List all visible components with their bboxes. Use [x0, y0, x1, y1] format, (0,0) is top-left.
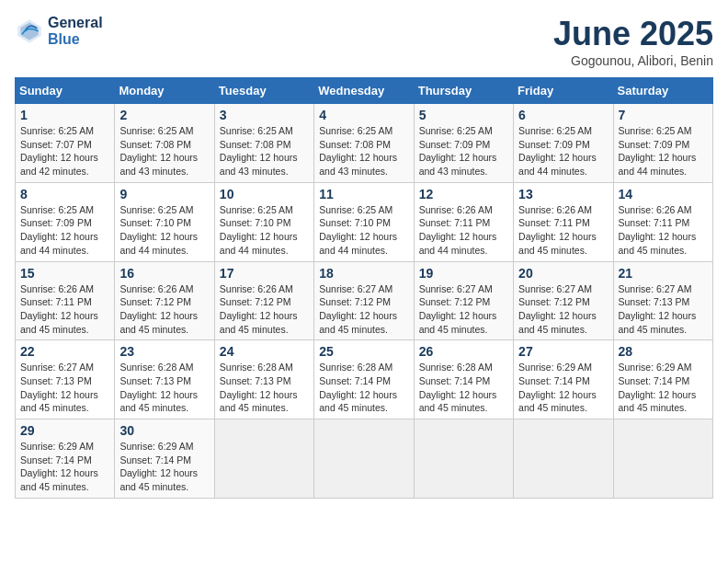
- day-info: Sunrise: 6:26 AM Sunset: 7:11 PM Dayligh…: [518, 203, 608, 258]
- calendar-day-cell: 6 Sunrise: 6:25 AM Sunset: 7:09 PM Dayli…: [514, 104, 613, 183]
- calendar-day-cell: 19 Sunrise: 6:27 AM Sunset: 7:12 PM Dayl…: [414, 261, 513, 340]
- calendar-week-row: 22 Sunrise: 6:27 AM Sunset: 7:13 PM Dayl…: [16, 340, 713, 419]
- day-info: Sunrise: 6:25 AM Sunset: 7:08 PM Dayligh…: [319, 124, 408, 178]
- calendar-day-cell: 10 Sunrise: 6:25 AM Sunset: 7:10 PM Dayl…: [214, 182, 313, 261]
- logo-text: General Blue: [48, 15, 103, 48]
- day-number: 14: [619, 187, 708, 201]
- day-info: Sunrise: 6:28 AM Sunset: 7:14 PM Dayligh…: [319, 361, 408, 415]
- day-number: 26: [419, 344, 508, 359]
- day-info: Sunrise: 6:27 AM Sunset: 7:13 PM Dayligh…: [619, 282, 708, 337]
- day-number: 2: [119, 108, 209, 122]
- calendar-day-cell: 18 Sunrise: 6:27 AM Sunset: 7:12 PM Dayl…: [314, 261, 414, 340]
- calendar-day-cell: 2 Sunrise: 6:25 AM Sunset: 7:08 PM Dayli…: [115, 104, 214, 183]
- calendar-day-cell: 20 Sunrise: 6:27 AM Sunset: 7:12 PM Dayl…: [514, 261, 613, 340]
- calendar-day-cell: 11 Sunrise: 6:25 AM Sunset: 7:10 PM Dayl…: [314, 182, 414, 261]
- calendar-day-cell: 30 Sunrise: 6:29 AM Sunset: 7:14 PM Dayl…: [115, 419, 214, 499]
- calendar-week-row: 1 Sunrise: 6:25 AM Sunset: 7:07 PM Dayli…: [16, 104, 713, 183]
- day-info: Sunrise: 6:25 AM Sunset: 7:10 PM Dayligh…: [319, 203, 408, 258]
- day-number: 23: [119, 344, 209, 359]
- day-number: 8: [20, 187, 109, 201]
- logo: General Blue: [15, 15, 103, 48]
- day-number: 9: [119, 187, 209, 201]
- logo-icon: [15, 17, 44, 46]
- calendar-day-cell: 14 Sunrise: 6:26 AM Sunset: 7:11 PM Dayl…: [613, 182, 712, 261]
- calendar-subtitle: Gogounou, Alibori, Benin: [553, 53, 713, 68]
- day-number: 24: [220, 344, 309, 359]
- calendar-week-row: 15 Sunrise: 6:26 AM Sunset: 7:11 PM Dayl…: [16, 261, 713, 340]
- day-number: 15: [20, 266, 109, 281]
- calendar-day-cell: 21 Sunrise: 6:27 AM Sunset: 7:13 PM Dayl…: [613, 261, 712, 340]
- calendar-day-cell: 4 Sunrise: 6:25 AM Sunset: 7:08 PM Dayli…: [314, 104, 414, 183]
- day-info: Sunrise: 6:29 AM Sunset: 7:14 PM Dayligh…: [20, 440, 109, 494]
- day-number: 30: [119, 423, 209, 438]
- calendar-day-cell: 29 Sunrise: 6:29 AM Sunset: 7:14 PM Dayl…: [16, 419, 115, 499]
- day-of-week-header: Tuesday: [214, 78, 313, 104]
- calendar-day-cell: 8 Sunrise: 6:25 AM Sunset: 7:09 PM Dayli…: [16, 182, 115, 261]
- day-info: Sunrise: 6:28 AM Sunset: 7:13 PM Dayligh…: [220, 361, 309, 415]
- day-number: 28: [619, 344, 708, 359]
- day-number: 29: [20, 423, 109, 438]
- day-info: Sunrise: 6:28 AM Sunset: 7:14 PM Dayligh…: [419, 361, 508, 415]
- day-info: Sunrise: 6:27 AM Sunset: 7:12 PM Dayligh…: [419, 282, 508, 337]
- day-info: Sunrise: 6:25 AM Sunset: 7:07 PM Dayligh…: [20, 124, 109, 178]
- day-info: Sunrise: 6:25 AM Sunset: 7:10 PM Dayligh…: [220, 203, 309, 258]
- day-info: Sunrise: 6:25 AM Sunset: 7:09 PM Dayligh…: [20, 203, 109, 258]
- day-number: 13: [518, 187, 608, 201]
- calendar-table: SundayMondayTuesdayWednesdayThursdayFrid…: [15, 77, 713, 499]
- calendar-day-cell: 25 Sunrise: 6:28 AM Sunset: 7:14 PM Dayl…: [314, 340, 414, 419]
- page-header: General Blue June 2025 Gogounou, Alibori…: [15, 15, 713, 68]
- day-info: Sunrise: 6:25 AM Sunset: 7:08 PM Dayligh…: [119, 124, 209, 178]
- calendar-day-cell: [613, 419, 712, 499]
- day-info: Sunrise: 6:27 AM Sunset: 7:13 PM Dayligh…: [20, 361, 109, 415]
- day-info: Sunrise: 6:25 AM Sunset: 7:10 PM Dayligh…: [119, 203, 209, 258]
- day-of-week-header: Thursday: [414, 78, 513, 104]
- day-info: Sunrise: 6:25 AM Sunset: 7:09 PM Dayligh…: [619, 124, 708, 178]
- day-number: 10: [220, 187, 309, 201]
- day-info: Sunrise: 6:26 AM Sunset: 7:11 PM Dayligh…: [619, 203, 708, 258]
- day-info: Sunrise: 6:28 AM Sunset: 7:13 PM Dayligh…: [119, 361, 209, 415]
- day-info: Sunrise: 6:29 AM Sunset: 7:14 PM Dayligh…: [619, 361, 708, 415]
- day-number: 18: [319, 266, 408, 281]
- calendar-day-cell: [514, 419, 613, 499]
- day-number: 7: [619, 108, 708, 122]
- day-info: Sunrise: 6:29 AM Sunset: 7:14 PM Dayligh…: [119, 440, 209, 494]
- day-number: 19: [419, 266, 508, 281]
- calendar-day-cell: 16 Sunrise: 6:26 AM Sunset: 7:12 PM Dayl…: [115, 261, 214, 340]
- calendar-day-cell: 23 Sunrise: 6:28 AM Sunset: 7:13 PM Dayl…: [115, 340, 214, 419]
- calendar-day-cell: [414, 419, 513, 499]
- day-info: Sunrise: 6:25 AM Sunset: 7:09 PM Dayligh…: [518, 124, 608, 178]
- day-info: Sunrise: 6:25 AM Sunset: 7:08 PM Dayligh…: [220, 124, 309, 178]
- calendar-week-row: 8 Sunrise: 6:25 AM Sunset: 7:09 PM Dayli…: [16, 182, 713, 261]
- calendar-day-cell: [314, 419, 414, 499]
- calendar-day-cell: 3 Sunrise: 6:25 AM Sunset: 7:08 PM Dayli…: [214, 104, 313, 183]
- day-of-week-header: Sunday: [16, 78, 115, 104]
- day-number: 21: [619, 266, 708, 281]
- calendar-day-cell: 1 Sunrise: 6:25 AM Sunset: 7:07 PM Dayli…: [16, 104, 115, 183]
- day-number: 17: [220, 266, 309, 281]
- day-info: Sunrise: 6:25 AM Sunset: 7:09 PM Dayligh…: [419, 124, 508, 178]
- day-number: 6: [518, 108, 608, 122]
- day-of-week-header: Monday: [115, 78, 214, 104]
- calendar-day-cell: 5 Sunrise: 6:25 AM Sunset: 7:09 PM Dayli…: [414, 104, 513, 183]
- day-info: Sunrise: 6:27 AM Sunset: 7:12 PM Dayligh…: [319, 282, 408, 337]
- calendar-week-row: 29 Sunrise: 6:29 AM Sunset: 7:14 PM Dayl…: [16, 419, 713, 499]
- calendar-day-cell: 9 Sunrise: 6:25 AM Sunset: 7:10 PM Dayli…: [115, 182, 214, 261]
- day-number: 1: [20, 108, 109, 122]
- day-info: Sunrise: 6:27 AM Sunset: 7:12 PM Dayligh…: [518, 282, 608, 337]
- day-of-week-header: Saturday: [613, 78, 712, 104]
- day-number: 11: [319, 187, 408, 201]
- calendar-day-cell: 28 Sunrise: 6:29 AM Sunset: 7:14 PM Dayl…: [613, 340, 712, 419]
- day-info: Sunrise: 6:29 AM Sunset: 7:14 PM Dayligh…: [518, 361, 608, 415]
- day-number: 12: [419, 187, 508, 201]
- calendar-body: 1 Sunrise: 6:25 AM Sunset: 7:07 PM Dayli…: [16, 104, 713, 499]
- day-of-week-header: Wednesday: [314, 78, 414, 104]
- day-info: Sunrise: 6:26 AM Sunset: 7:11 PM Dayligh…: [20, 282, 109, 337]
- calendar-day-cell: 13 Sunrise: 6:26 AM Sunset: 7:11 PM Dayl…: [514, 182, 613, 261]
- day-number: 5: [419, 108, 508, 122]
- calendar-day-cell: 24 Sunrise: 6:28 AM Sunset: 7:13 PM Dayl…: [214, 340, 313, 419]
- calendar-day-cell: 26 Sunrise: 6:28 AM Sunset: 7:14 PM Dayl…: [414, 340, 513, 419]
- day-info: Sunrise: 6:26 AM Sunset: 7:12 PM Dayligh…: [220, 282, 309, 337]
- calendar-day-cell: 22 Sunrise: 6:27 AM Sunset: 7:13 PM Dayl…: [16, 340, 115, 419]
- calendar-day-cell: 7 Sunrise: 6:25 AM Sunset: 7:09 PM Dayli…: [613, 104, 712, 183]
- day-number: 20: [518, 266, 608, 281]
